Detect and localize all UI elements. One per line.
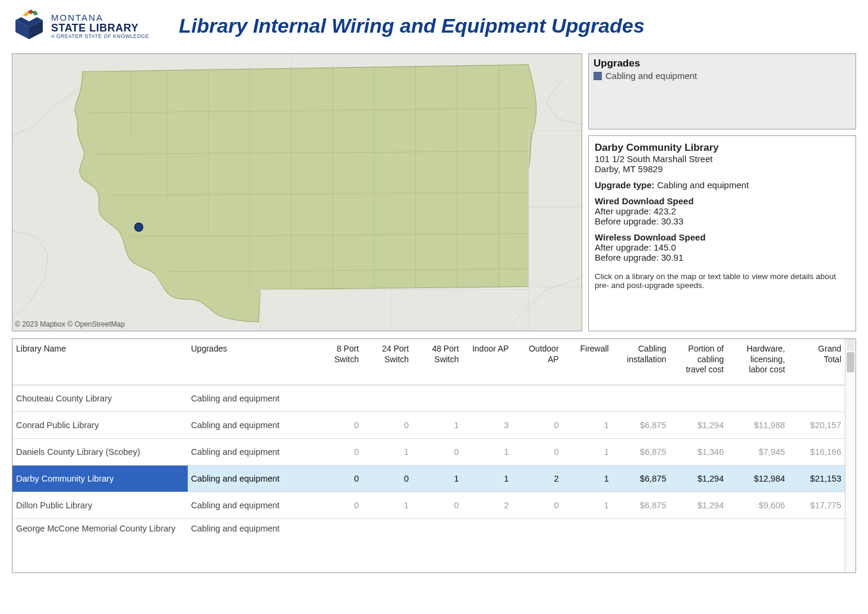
cell-firewall: 1 [563, 412, 613, 438]
cell-cabling-install: $6,875 [613, 412, 670, 438]
cell-48port: 1 [412, 465, 462, 492]
cell-upgrades: Cabling and equipment [188, 438, 313, 465]
cell-outdoor-ap: 0 [512, 412, 562, 438]
cell-upgrades: Cabling and equipment [188, 385, 313, 412]
detail-panel: Darby Community Library 101 1/2 South Ma… [588, 135, 856, 331]
logo-cube-icon [12, 8, 46, 43]
cell-grand-total: $16,166 [788, 438, 845, 465]
detail-upgrade-type: Upgrade type: Cabling and equipment [595, 180, 850, 190]
cell-library: Daniels County Library (Scobey) [12, 438, 188, 465]
cell-24port [362, 385, 412, 412]
cell-indoor-ap: 1 [462, 465, 512, 492]
legend: Upgrades Cabling and equipment [588, 53, 856, 129]
side-panel: Upgrades Cabling and equipment Darby Com… [588, 53, 856, 331]
legend-item[interactable]: Cabling and equipment [594, 71, 851, 81]
cell-travel-cost: $1,294 [670, 492, 727, 518]
cell-cabling-install: $6,875 [613, 465, 670, 492]
table-row[interactable]: Dillon Public LibraryCabling and equipme… [12, 492, 845, 518]
cell-upgrades: Cabling and equipment [188, 465, 313, 492]
cell-indoor-ap: 2 [462, 492, 512, 518]
cell-hardware-cost: $7,945 [727, 438, 788, 465]
cell-cabling-install: $6,875 [613, 492, 670, 518]
cell-cabling-install [613, 385, 670, 412]
wireless-after-label: After upgrade: [595, 242, 654, 252]
cell-cabling-install: $6,875 [613, 438, 670, 465]
cell-grand-total: $17,775 [788, 492, 845, 518]
detail-hint: Click on a library on the map or text ta… [595, 272, 850, 290]
cell-hardware-cost: $9,606 [727, 492, 788, 518]
cell-indoor-ap: 3 [462, 412, 512, 438]
cell-cabling-install [613, 518, 670, 533]
legend-item-label: Cabling and equipment [605, 71, 697, 81]
table-row[interactable]: Chouteau County LibraryCabling and equip… [12, 385, 845, 412]
th-grand-total[interactable]: Grand Total [788, 339, 845, 385]
cell-travel-cost [670, 518, 727, 533]
wired-after: After upgrade: 423.2 [595, 206, 850, 216]
cell-8port: 0 [313, 465, 362, 492]
wired-before: Before upgrade: 30.33 [595, 216, 850, 226]
table-scrollbar[interactable] [845, 339, 856, 572]
cell-travel-cost: $1,294 [670, 465, 727, 492]
map-marker-selected[interactable] [135, 223, 143, 232]
wireless-before: Before upgrade: 30.91 [595, 252, 850, 262]
cell-outdoor-ap: 0 [512, 492, 562, 518]
cell-8port [313, 385, 362, 412]
th-hardware-cost[interactable]: Hardware, licensing, labor cost [727, 339, 788, 385]
legend-swatch-icon [594, 72, 602, 80]
cell-hardware-cost [727, 385, 788, 412]
logo-line2: STATE LIBRARY [51, 23, 149, 33]
map[interactable]: © 2023 Mapbox © OpenStreetMap [12, 53, 582, 331]
cell-48port: 0 [412, 438, 462, 465]
th-outdoor-ap[interactable]: Outdoor AP [512, 339, 562, 385]
cell-48port: 0 [412, 492, 462, 518]
th-24port[interactable]: 24 Port Switch [362, 339, 412, 385]
data-table-container: Library Name Upgrades 8 Port Switch 24 P… [12, 338, 856, 573]
page: MONTANA STATE LIBRARY A GREATER STATE OF… [0, 0, 868, 614]
scrollbar-thumb[interactable] [847, 352, 854, 372]
detail-address: 101 1/2 South Marshall Street Darby, MT … [595, 154, 850, 174]
cell-24port: 1 [362, 438, 412, 465]
table-row[interactable]: Daniels County Library (Scobey)Cabling a… [12, 438, 845, 465]
table-row[interactable]: Conrad Public LibraryCabling and equipme… [12, 412, 845, 438]
addr-line2: Darby, MT 59829 [595, 164, 663, 174]
page-title: Library Internal Wiring and Equipment Up… [179, 14, 645, 37]
scrollbar-track-icon [847, 339, 854, 351]
cell-library: Chouteau County Library [12, 385, 188, 412]
cell-24port: 0 [362, 412, 412, 438]
table-row[interactable]: Darby Community LibraryCabling and equip… [12, 465, 845, 492]
cell-upgrades: Cabling and equipment [188, 412, 313, 438]
logo-tagline: A GREATER STATE OF KNOWLEDGE [51, 33, 149, 39]
logo: MONTANA STATE LIBRARY A GREATER STATE OF… [12, 8, 149, 43]
th-travel-cost[interactable]: Portion of cabling travel cost [670, 339, 727, 385]
data-table: Library Name Upgrades 8 Port Switch 24 P… [12, 339, 845, 533]
cell-indoor-ap [462, 518, 512, 533]
th-upgrades[interactable]: Upgrades [188, 339, 313, 385]
th-48port[interactable]: 48 Port Switch [412, 339, 462, 385]
wired-before-label: Before upgrade: [595, 216, 661, 226]
th-cabling-install[interactable]: Cabling installation [613, 339, 670, 385]
detail-library-name: Darby Community Library [595, 142, 850, 154]
logo-line1: MONTANA [51, 12, 149, 23]
wired-before-value: 30.33 [661, 216, 684, 226]
cell-travel-cost: $1,346 [670, 438, 727, 465]
cell-24port: 0 [362, 465, 412, 492]
wireless-after-value: 145.0 [654, 242, 676, 252]
wired-heading: Wired Download Speed [595, 196, 850, 206]
cell-outdoor-ap [512, 385, 562, 412]
cell-8port: 0 [313, 438, 362, 465]
cell-grand-total [788, 518, 845, 533]
th-indoor-ap[interactable]: Indoor AP [462, 339, 512, 385]
cell-library: Dillon Public Library [12, 492, 188, 518]
cell-upgrades: Cabling and equipment [188, 518, 313, 533]
upgrade-type-value: Cabling and equipment [655, 180, 749, 190]
cell-8port: 0 [313, 492, 362, 518]
table-row[interactable]: George McCone Memorial County LibraryCab… [12, 518, 845, 533]
th-firewall[interactable]: Firewall [563, 339, 613, 385]
cell-library: Conrad Public Library [12, 412, 188, 438]
th-8port[interactable]: 8 Port Switch [313, 339, 362, 385]
cell-upgrades: Cabling and equipment [188, 492, 313, 518]
th-library[interactable]: Library Name [12, 339, 188, 385]
upgrade-type-label: Upgrade type: [595, 180, 655, 190]
addr-line1: 101 1/2 South Marshall Street [595, 154, 712, 164]
logo-text: MONTANA STATE LIBRARY A GREATER STATE OF… [51, 12, 149, 39]
